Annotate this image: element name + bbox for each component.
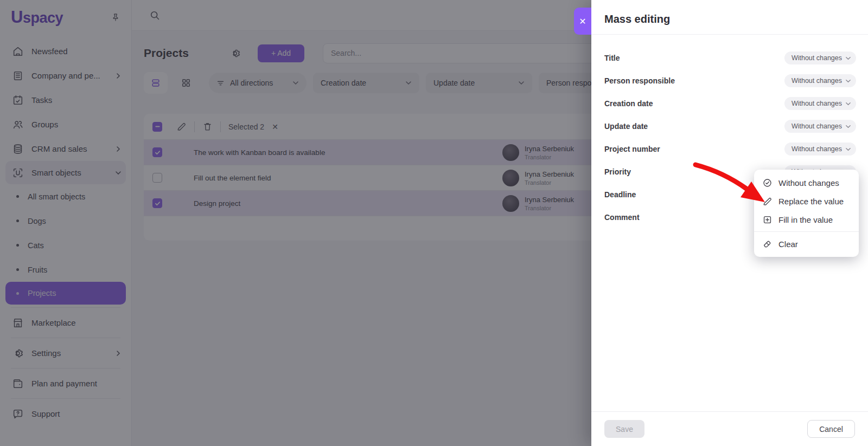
field-label: Person responsible — [604, 76, 675, 85]
field-mode-value: Without changes — [792, 122, 842, 130]
menu-item-label: Fill in the value — [778, 215, 833, 224]
field-mode-value: Without changes — [792, 77, 842, 85]
menu-item-label: Clear — [778, 240, 798, 249]
field-mode-menu: Without changes Replace the value Fill i… — [754, 170, 859, 257]
menu-item-fill-in-the-value[interactable]: Fill in the value — [754, 210, 859, 229]
field-row-update-date: Update date Without changes — [604, 115, 856, 138]
field-label: Project number — [604, 145, 660, 153]
menu-item-clear[interactable]: Clear — [754, 235, 859, 253]
field-row-person-responsible: Person responsible Without changes — [604, 69, 856, 92]
modal-dim-overlay[interactable] — [0, 0, 591, 446]
field-label: Creation date — [604, 99, 653, 108]
field-mode-value: Without changes — [792, 54, 842, 62]
menu-item-without-changes[interactable]: Without changes — [754, 173, 859, 192]
field-mode-dropdown[interactable]: Without changes — [784, 51, 856, 64]
field-row-project-number: Project number Without changes — [604, 138, 856, 160]
field-label: Title — [604, 54, 620, 62]
check-circle-icon — [762, 178, 773, 188]
menu-item-label: Replace the value — [778, 197, 844, 206]
cancel-button[interactable]: Cancel — [807, 420, 855, 438]
panel-title: Mass editing — [591, 0, 868, 35]
field-mode-dropdown[interactable]: Without changes — [784, 143, 856, 156]
field-label: Deadline — [604, 190, 636, 199]
field-mode-dropdown[interactable]: Without changes — [784, 74, 856, 87]
menu-item-label: Without changes — [778, 178, 839, 188]
pencil-icon — [762, 196, 773, 206]
close-icon: ✕ — [579, 16, 586, 27]
chevron-down-icon — [845, 55, 851, 61]
field-mode-dropdown[interactable]: Without changes — [784, 97, 856, 110]
field-label: Comment — [604, 213, 640, 222]
field-label: Priority — [604, 167, 631, 176]
field-row-creation-date: Creation date Without changes — [604, 92, 856, 115]
field-mode-value: Without changes — [792, 145, 842, 153]
field-mode-value: Without changes — [792, 100, 842, 107]
chevron-down-icon — [845, 124, 851, 130]
menu-divider — [754, 231, 859, 232]
chevron-down-icon — [845, 101, 851, 107]
field-label: Update date — [604, 122, 648, 131]
eraser-icon — [762, 239, 773, 249]
panel-close-button[interactable]: ✕ — [574, 8, 591, 35]
chevron-down-icon — [845, 146, 851, 152]
panel-footer: Save Cancel — [591, 411, 868, 446]
field-row-title: Title Without changes — [604, 47, 856, 69]
app-window: Uspacy Newsfeed Company and pe... Tasks — [0, 0, 868, 446]
save-button[interactable]: Save — [604, 420, 644, 438]
field-mode-dropdown[interactable]: Without changes — [784, 120, 856, 133]
chevron-down-icon — [845, 78, 851, 84]
menu-item-replace-the-value[interactable]: Replace the value — [754, 192, 859, 210]
plus-square-icon — [762, 215, 773, 225]
